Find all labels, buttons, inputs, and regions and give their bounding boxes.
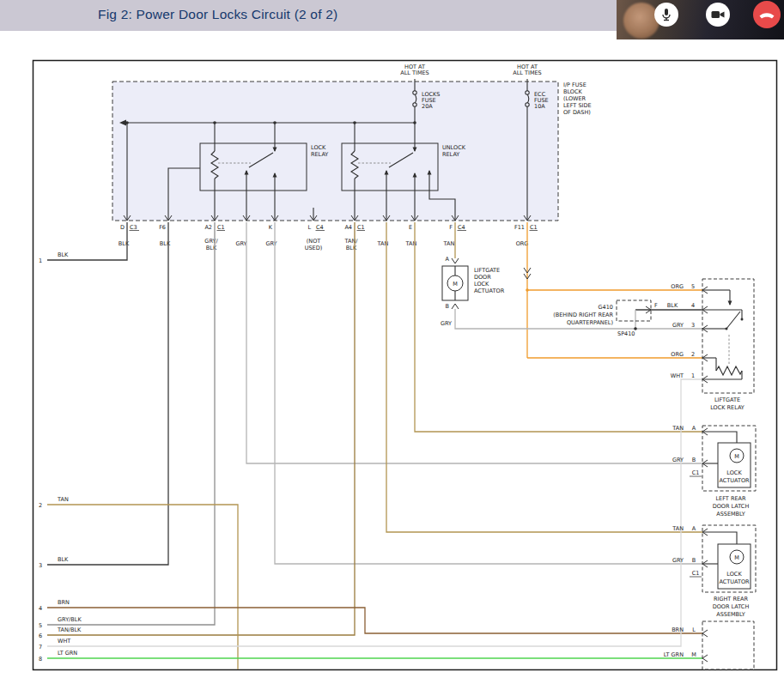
assembly-label: DOOR LATCH	[713, 603, 750, 610]
pin-conn-label: C1	[692, 469, 700, 476]
wire-color-label: GRY	[672, 557, 684, 564]
pin-label: F11	[514, 224, 525, 231]
wire-color-label: ORG	[671, 351, 684, 358]
wire-color-label: LT GRN	[58, 650, 77, 657]
pin-number: 1	[691, 372, 695, 379]
pin-label: B	[692, 557, 696, 564]
assembly-label: ASSEMBLY	[716, 611, 745, 618]
wire-number: 2	[39, 502, 42, 509]
wire-color-label: GRY	[672, 457, 684, 463]
wire-color-label: TAN	[57, 496, 69, 503]
video-call-overlay	[617, 0, 784, 39]
hot-label: ALL TIMES	[400, 70, 428, 76]
assembly-label: LEFT REAR	[716, 495, 746, 502]
wire-color-label: BLK	[206, 245, 217, 251]
wire-color-label: WHT	[671, 372, 684, 379]
wire-color-label: TAN	[672, 525, 684, 532]
component-label: LOCK	[726, 571, 742, 578]
pin-label: E	[409, 224, 412, 231]
pin-conn-label: C1	[692, 570, 700, 577]
pin-label: B	[692, 457, 696, 463]
component-label: ACTUATOR	[719, 578, 750, 585]
wire-color-label: (NOT	[307, 238, 321, 245]
pin-label: A4	[344, 224, 352, 231]
hangup-button[interactable]	[753, 1, 781, 28]
pin-label: B	[446, 303, 449, 310]
wire-number: 8	[39, 656, 42, 663]
splice-label: SP410	[617, 330, 635, 337]
ground-location: (BEHIND RIGHT REAR	[553, 312, 613, 318]
fuse-block-label: (LOWER	[563, 95, 586, 102]
wire-number: 7	[39, 644, 42, 651]
ground-location: QUARTERPANEL)	[567, 319, 613, 326]
wire-color-label: TAN	[672, 425, 684, 432]
component-label: LIFTGATE	[714, 396, 740, 403]
fuse-block-label: OF DASH)	[563, 109, 591, 116]
pin-conn-label: C4	[458, 224, 465, 231]
pin-label: D	[120, 224, 125, 231]
fuse-block-label: I/P FUSE	[563, 82, 586, 88]
relay-label: RELAY	[311, 151, 328, 158]
wire-color-label: GRY	[441, 320, 452, 327]
pin-label: L	[692, 626, 696, 633]
app-window: HOT AT ALL TIMES HOT AT ALL TIMES LOCKS …	[0, 0, 784, 696]
motor-label: M	[734, 453, 739, 460]
wire-color-label: BLK	[58, 251, 69, 258]
assembly-label: RIGHT REAR	[714, 596, 748, 602]
wire-color-label: TAN	[443, 240, 455, 247]
wire-color-label: GRY/BLK	[58, 616, 82, 623]
wire-color-label: TAN/	[344, 238, 359, 245]
component-label: ACTUATOR	[474, 287, 505, 294]
pin-label: A	[692, 525, 696, 532]
webcam-preview	[623, 3, 659, 39]
pin-number: 4	[691, 302, 695, 309]
relay-label: UNLOCK	[442, 144, 466, 151]
junction-dot	[526, 288, 529, 292]
pin-number: 2	[691, 351, 695, 358]
figure-title: Fig 2: Power Door Locks Circuit (2 of 2)	[98, 7, 337, 22]
assembly-label: DOOR LATCH	[713, 503, 750, 510]
pin-label: F6	[159, 224, 166, 231]
wire-color-label: GRY/	[204, 238, 218, 245]
wire-color-label: USED)	[305, 245, 323, 251]
component-label: LOCK	[726, 469, 742, 476]
microphone-icon	[658, 6, 675, 23]
fuse-block-outline	[112, 82, 558, 221]
wire-number: 4	[39, 605, 42, 612]
pin-conn-label: C3	[130, 224, 137, 231]
wire-color-label: BRN	[672, 626, 684, 633]
wire-color-label: TAN/BLK	[57, 626, 82, 633]
component-label: ACTUATOR	[719, 477, 750, 484]
mute-button[interactable]	[654, 3, 678, 27]
wire-color-label: GRY	[672, 322, 684, 329]
wire-number: 5	[39, 622, 42, 629]
wiring-diagram: HOT AT ALL TIMES HOT AT ALL TIMES LOCKS …	[0, 0, 784, 696]
pin-label: A	[692, 425, 696, 432]
fuse-label: 20A	[422, 103, 433, 110]
component-label: LOCK	[474, 281, 489, 287]
pin-label: F	[654, 302, 658, 309]
wire-number: 1	[39, 257, 42, 264]
pin-label: A	[446, 256, 450, 263]
pin-conn-label: C1	[217, 224, 225, 231]
pin-label: A2	[204, 224, 212, 231]
pin-conn-label: C1	[357, 224, 365, 231]
pin-label: L	[307, 224, 311, 231]
component-label: LOCK RELAY	[710, 404, 744, 411]
pin-conn-label: C4	[316, 224, 324, 231]
ground-label: G410	[599, 304, 613, 311]
wire-color-label: BLK	[58, 556, 69, 563]
pin-label: F	[449, 224, 453, 231]
pin-conn-label: C1	[530, 224, 538, 231]
wire-color-label: BLK	[119, 240, 130, 247]
fuse-block-label: BLOCK	[563, 88, 583, 95]
pin-number: 5	[691, 283, 695, 290]
ip-fuse-block: HOT AT ALL TIMES HOT AT ALL TIMES LOCKS …	[112, 64, 592, 221]
pin-label: M	[691, 651, 696, 658]
wire-color-label: BRN	[58, 599, 70, 606]
wire-color-label: BLK	[346, 245, 357, 251]
fuse-label: 10A	[534, 103, 545, 110]
camera-button[interactable]	[706, 3, 730, 27]
wire-number: 3	[39, 562, 42, 569]
wire-color-label: WHT	[58, 638, 70, 645]
